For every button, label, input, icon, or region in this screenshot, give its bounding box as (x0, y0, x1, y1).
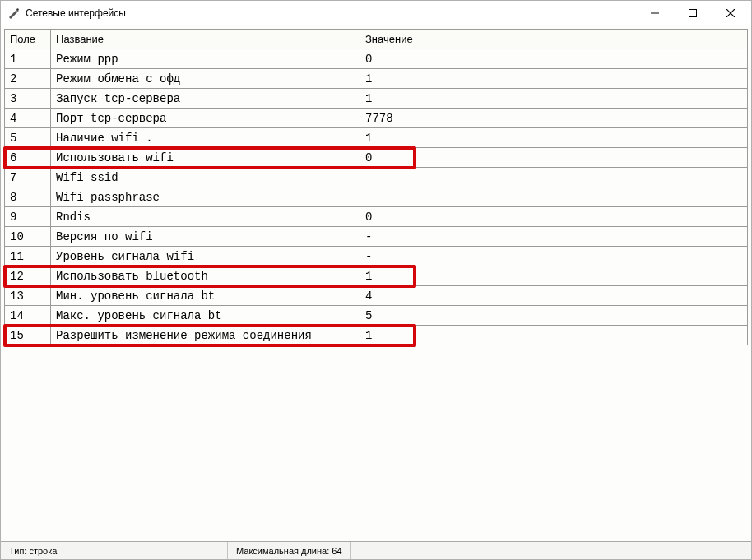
table-row[interactable]: 7Wifi ssid (5, 168, 748, 187)
maximize-button[interactable] (674, 1, 712, 25)
cell-value[interactable]: 1 (360, 89, 748, 109)
status-maxlen: Максимальная длина: 64 (228, 542, 351, 559)
cell-field: 5 (5, 128, 51, 148)
cell-field: 10 (5, 227, 51, 247)
cell-value[interactable]: 4 (360, 286, 748, 306)
app-window: Сетевые интерфейсы (0, 0, 752, 560)
window-title: Сетевые интерфейсы (26, 7, 636, 19)
table-row[interactable]: 2Режим обмена с офд1 (5, 69, 748, 89)
cell-field: 15 (5, 326, 51, 345)
cell-field: 9 (5, 207, 51, 227)
content-area: Поле Название Значение 1Режим ppp02Режим… (1, 25, 751, 541)
col-header-field[interactable]: Поле (5, 30, 51, 49)
cell-value[interactable]: 0 (360, 148, 748, 168)
cell-value[interactable]: 0 (360, 49, 748, 69)
table-header-row: Поле Название Значение (5, 30, 748, 49)
titlebar: Сетевые интерфейсы (1, 1, 751, 25)
table-row[interactable]: 11Уровень сигнала wifi- (5, 247, 748, 266)
table-row[interactable]: 14Макс. уровень сигнала bt5 (5, 306, 748, 326)
cell-value[interactable]: - (360, 227, 748, 247)
cell-value[interactable] (360, 168, 748, 187)
cell-value[interactable]: 1 (360, 128, 748, 148)
cell-name: Разрешить изменение режима соединения (51, 326, 360, 345)
status-type: Тип: строка (1, 542, 228, 559)
cell-value[interactable]: 7778 (360, 109, 748, 128)
close-button[interactable] (712, 1, 750, 25)
table-row[interactable]: 3Запуск tcp-сервера1 (5, 89, 748, 109)
cell-field: 8 (5, 187, 51, 207)
cell-name: Порт tcp-сервера (51, 109, 360, 128)
window-controls (636, 1, 750, 25)
table-row[interactable]: 15Разрешить изменение режима соединения1 (5, 326, 748, 345)
cell-field: 7 (5, 168, 51, 187)
cell-name: Использовать wifi (51, 148, 360, 168)
cell-name: Режим ppp (51, 49, 360, 69)
cell-field: 11 (5, 247, 51, 266)
col-header-name[interactable]: Название (51, 30, 360, 49)
cell-field: 13 (5, 286, 51, 306)
cell-name: Использовать bluetooth (51, 266, 360, 286)
table-row[interactable]: 1Режим ppp0 (5, 49, 748, 69)
cell-value[interactable]: 1 (360, 266, 748, 286)
cell-name: Макс. уровень сигнала bt (51, 306, 360, 326)
cell-name: Wifi passphrase (51, 187, 360, 207)
cell-value[interactable]: - (360, 247, 748, 266)
cell-field: 2 (5, 69, 51, 89)
table-wrap: Поле Название Значение 1Режим ppp02Режим… (4, 29, 748, 345)
cell-field: 1 (5, 49, 51, 69)
cell-value[interactable]: 5 (360, 306, 748, 326)
cell-name: Rndis (51, 207, 360, 227)
table-row[interactable]: 6Использовать wifi0 (5, 148, 748, 168)
table-row[interactable]: 5Наличие wifi .1 (5, 128, 748, 148)
statusbar: Тип: строка Максимальная длина: 64 (1, 541, 751, 559)
table-row[interactable]: 4Порт tcp-сервера7778 (5, 109, 748, 128)
minimize-button[interactable] (636, 1, 674, 25)
cell-value[interactable] (360, 187, 748, 207)
cell-name: Режим обмена с офд (51, 69, 360, 89)
settings-table[interactable]: Поле Название Значение 1Режим ppp02Режим… (4, 29, 748, 345)
table-row[interactable]: 9Rndis0 (5, 207, 748, 227)
cell-field: 4 (5, 109, 51, 128)
table-row[interactable]: 13Мин. уровень сигнала bt4 (5, 286, 748, 306)
cell-value[interactable]: 1 (360, 326, 748, 345)
svg-point-0 (16, 8, 18, 10)
cell-field: 12 (5, 266, 51, 286)
col-header-value[interactable]: Значение (360, 30, 748, 49)
cell-value[interactable]: 1 (360, 69, 748, 89)
cell-name: Наличие wifi . (51, 128, 360, 148)
cell-name: Версия по wifi (51, 227, 360, 247)
table-row[interactable]: 10Версия по wifi- (5, 227, 748, 247)
app-icon (7, 7, 21, 20)
table-row[interactable]: 8Wifi passphrase (5, 187, 748, 207)
svg-rect-2 (689, 10, 697, 17)
cell-field: 14 (5, 306, 51, 326)
cell-name: Уровень сигнала wifi (51, 247, 360, 266)
table-row[interactable]: 12Использовать bluetooth1 (5, 266, 748, 286)
cell-name: Запуск tcp-сервера (51, 89, 360, 109)
cell-name: Мин. уровень сигнала bt (51, 286, 360, 306)
cell-name: Wifi ssid (51, 168, 360, 187)
cell-value[interactable]: 0 (360, 207, 748, 227)
cell-field: 6 (5, 148, 51, 168)
cell-field: 3 (5, 89, 51, 109)
